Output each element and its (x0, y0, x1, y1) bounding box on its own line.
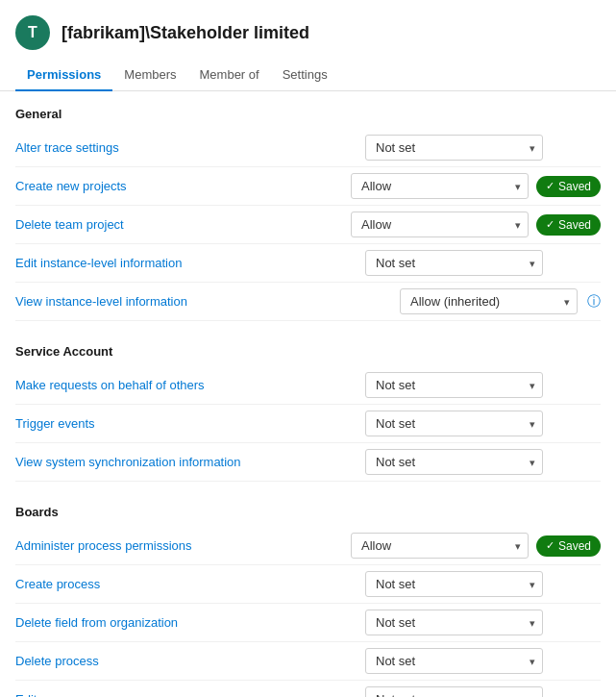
page-header: T [fabrikam]\Stakeholder limited (0, 0, 616, 60)
permission-row: Alter trace settingsNot setAllowDenyAllo… (15, 129, 601, 167)
permission-label[interactable]: Trigger events (15, 416, 357, 431)
section-boards: BoardsAdminister process permissionsNot … (15, 505, 601, 697)
permission-select-wrapper: Not setAllowDenyAllow (inherited)Deny (i… (351, 173, 529, 199)
saved-label: Saved (558, 180, 591, 193)
check-icon: ✓ (546, 539, 554, 552)
permission-select[interactable]: Not setAllowDenyAllow (inherited)Deny (i… (400, 288, 578, 314)
permission-label[interactable]: Create process (15, 577, 357, 591)
permission-select[interactable]: Not setAllowDenyAllow (inherited)Deny (i… (365, 648, 543, 674)
permission-select[interactable]: Not setAllowDenyAllow (inherited)Deny (i… (351, 173, 529, 199)
permission-select[interactable]: Not setAllowDenyAllow (inherited)Deny (i… (365, 135, 543, 161)
permission-select[interactable]: Not setAllowDenyAllow (inherited)Deny (i… (365, 686, 543, 697)
permission-label[interactable]: View system synchronization information (15, 455, 357, 469)
permission-row: View instance-level informationNot setAl… (15, 283, 601, 321)
permission-row: Administer process permissionsNot setAll… (15, 527, 601, 565)
permission-label[interactable]: Delete field from organization (15, 615, 357, 630)
page-title: [fabrikam]\Stakeholder limited (62, 23, 309, 43)
permission-row: Trigger eventsNot setAllowDenyAllow (inh… (15, 405, 601, 443)
permission-label[interactable]: Edit instance-level information (15, 256, 357, 270)
permission-select[interactable]: Not setAllowDenyAllow (inherited)Deny (i… (365, 571, 543, 597)
main-content: GeneralAlter trace settingsNot setAllowD… (0, 91, 616, 697)
permission-select-wrapper: Not setAllowDenyAllow (inherited)Deny (i… (365, 449, 543, 475)
permission-label[interactable]: Administer process permissions (15, 538, 343, 553)
permission-select-wrapper: Not setAllowDenyAllow (inherited)Deny (i… (365, 686, 543, 697)
permission-label[interactable]: Edit process (15, 692, 357, 697)
permission-row: Delete processNot setAllowDenyAllow (inh… (15, 642, 601, 681)
permission-select-wrapper: Not setAllowDenyAllow (inherited)Deny (i… (351, 212, 529, 237)
permission-select[interactable]: Not setAllowDenyAllow (inherited)Deny (i… (351, 533, 529, 559)
permission-label[interactable]: View instance-level information (15, 294, 392, 309)
permission-label[interactable]: Create new projects (15, 179, 343, 193)
tab-members[interactable]: Members (112, 60, 187, 91)
saved-badge: ✓Saved (536, 535, 601, 557)
permission-select-wrapper: Not setAllowDenyAllow (inherited)Deny (i… (365, 372, 543, 398)
section-service-account: Service AccountMake requests on behalf o… (15, 344, 601, 482)
permission-row: Delete field from organizationNot setAll… (15, 604, 601, 642)
permission-select-wrapper: Not setAllowDenyAllow (inherited)Deny (i… (351, 533, 529, 559)
tab-member-of[interactable]: Member of (188, 60, 271, 91)
saved-label: Saved (558, 218, 591, 232)
saved-badge: ✓Saved (536, 214, 601, 236)
permission-select-wrapper: Not setAllowDenyAllow (inherited)Deny (i… (365, 571, 543, 597)
check-icon: ✓ (546, 180, 554, 192)
section-title: Service Account (15, 344, 601, 359)
permission-row: Create new projectsNot setAllowDenyAllow… (15, 167, 601, 206)
check-icon: ✓ (546, 218, 554, 231)
permission-label[interactable]: Delete process (15, 654, 357, 668)
permission-row: Delete team projectNot setAllowDenyAllow… (15, 206, 601, 244)
tab-bar: PermissionsMembersMember ofSettings (0, 60, 616, 91)
section-title: General (15, 107, 601, 121)
permission-select[interactable]: Not setAllowDenyAllow (inherited)Deny (i… (365, 372, 543, 398)
section-general: GeneralAlter trace settingsNot setAllowD… (15, 107, 601, 321)
permission-select[interactable]: Not setAllowDenyAllow (inherited)Deny (i… (365, 250, 543, 276)
saved-badge: ✓Saved (536, 176, 601, 197)
info-icon[interactable]: ⓘ (587, 293, 601, 311)
permission-select-wrapper: Not setAllowDenyAllow (inherited)Deny (i… (365, 610, 543, 635)
permission-label[interactable]: Make requests on behalf of others (15, 378, 357, 392)
permission-select[interactable]: Not setAllowDenyAllow (inherited)Deny (i… (365, 610, 543, 635)
permission-select-wrapper: Not setAllowDenyAllow (inherited)Deny (i… (400, 288, 578, 314)
permission-row: Edit processNot setAllowDenyAllow (inher… (15, 681, 601, 697)
permission-row: Create processNot setAllowDenyAllow (inh… (15, 565, 601, 604)
permission-select-wrapper: Not setAllowDenyAllow (inherited)Deny (i… (365, 411, 543, 436)
permission-row: Edit instance-level informationNot setAl… (15, 244, 601, 283)
saved-label: Saved (558, 539, 591, 553)
tab-permissions[interactable]: Permissions (15, 60, 112, 91)
permission-row: View system synchronization informationN… (15, 443, 601, 482)
tab-settings[interactable]: Settings (271, 60, 339, 91)
permission-label[interactable]: Alter trace settings (15, 140, 357, 155)
permission-select-wrapper: Not setAllowDenyAllow (inherited)Deny (i… (365, 135, 543, 161)
permission-label[interactable]: Delete team project (15, 217, 343, 232)
permission-select[interactable]: Not setAllowDenyAllow (inherited)Deny (i… (365, 449, 543, 475)
section-title: Boards (15, 505, 601, 519)
permission-select[interactable]: Not setAllowDenyAllow (inherited)Deny (i… (351, 212, 529, 237)
permission-select-wrapper: Not setAllowDenyAllow (inherited)Deny (i… (365, 648, 543, 674)
avatar: T (15, 15, 50, 50)
permission-select[interactable]: Not setAllowDenyAllow (inherited)Deny (i… (365, 411, 543, 436)
permission-row: Make requests on behalf of othersNot set… (15, 366, 601, 405)
permission-select-wrapper: Not setAllowDenyAllow (inherited)Deny (i… (365, 250, 543, 276)
